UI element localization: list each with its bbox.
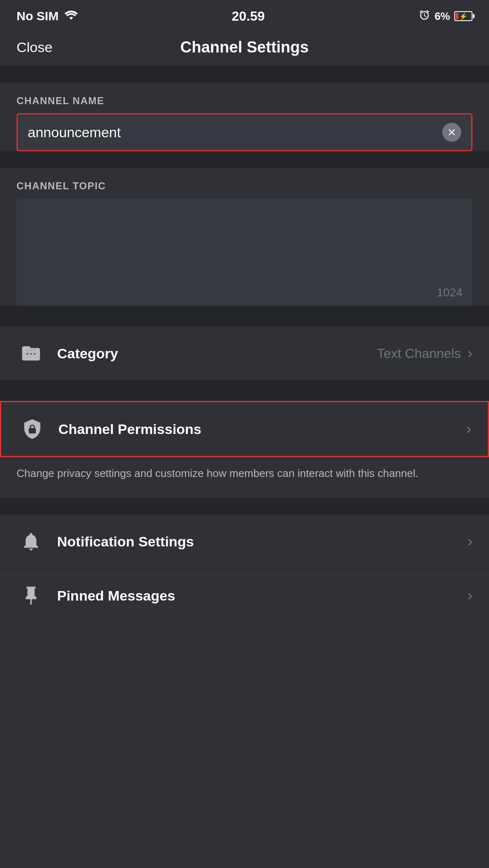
channel-topic-label: CHANNEL TOPIC bbox=[17, 180, 106, 191]
topic-textarea-wrapper[interactable]: 1024 bbox=[17, 198, 472, 306]
category-icon bbox=[17, 339, 46, 368]
svg-rect-2 bbox=[26, 352, 28, 353]
permissions-description: Change privacy settings and customize ho… bbox=[0, 457, 489, 498]
svg-rect-0 bbox=[30, 352, 32, 353]
status-right: 6% ⚡ bbox=[419, 9, 472, 24]
gap-top bbox=[0, 66, 489, 83]
category-value: Text Channels bbox=[377, 346, 461, 361]
notification-settings-label: Notification Settings bbox=[57, 534, 467, 550]
channel-permissions-menu-item[interactable]: Channel Permissions › bbox=[0, 401, 489, 457]
status-bar: No SIM 20.59 6% ⚡ bbox=[0, 0, 489, 29]
svg-rect-5 bbox=[34, 349, 36, 351]
svg-rect-3 bbox=[26, 349, 28, 351]
char-count: 1024 bbox=[437, 286, 463, 299]
notification-icon bbox=[17, 527, 46, 556]
channel-name-section: CHANNEL NAME bbox=[0, 83, 489, 113]
pinned-messages-menu-item[interactable]: Pinned Messages › bbox=[0, 569, 489, 622]
channel-topic-input[interactable] bbox=[26, 207, 463, 289]
gap-before-notifications bbox=[0, 498, 489, 515]
carrier-text: No SIM bbox=[17, 9, 59, 23]
permissions-desc-text: Change privacy settings and customize ho… bbox=[17, 467, 418, 479]
wifi-icon bbox=[65, 9, 78, 23]
battery-icon: ⚡ bbox=[454, 11, 472, 21]
category-label: Category bbox=[57, 346, 377, 362]
gap-topic bbox=[0, 151, 489, 168]
pinned-chevron: › bbox=[467, 587, 472, 604]
close-button[interactable]: Close bbox=[17, 39, 131, 55]
battery-percent: 6% bbox=[434, 10, 450, 23]
notification-chevron: › bbox=[467, 533, 472, 550]
channel-name-field-wrapper[interactable] bbox=[17, 113, 472, 151]
channel-name-input[interactable] bbox=[28, 124, 442, 141]
svg-rect-4 bbox=[34, 352, 36, 353]
permissions-chevron: › bbox=[466, 420, 471, 438]
svg-rect-1 bbox=[30, 349, 32, 351]
status-time: 20.59 bbox=[232, 9, 265, 24]
nav-bar: Close Channel Settings bbox=[0, 29, 489, 66]
gap-before-permissions bbox=[0, 380, 489, 401]
clear-input-button[interactable] bbox=[442, 123, 461, 142]
page-title: Channel Settings bbox=[131, 38, 359, 56]
topic-input-container: 1024 bbox=[0, 198, 489, 306]
notification-settings-menu-item[interactable]: Notification Settings › bbox=[0, 515, 489, 568]
status-left: No SIM bbox=[17, 9, 78, 23]
pin-icon bbox=[17, 581, 46, 610]
content: CHANNEL NAME CHANNEL TOPIC 1024 bbox=[0, 66, 489, 622]
channel-name-label: CHANNEL NAME bbox=[17, 95, 104, 106]
alarm-icon bbox=[419, 9, 430, 24]
permissions-icon bbox=[18, 415, 47, 444]
channel-name-input-container bbox=[0, 113, 489, 151]
channel-topic-section: CHANNEL TOPIC bbox=[0, 168, 489, 198]
channel-permissions-label: Channel Permissions bbox=[58, 421, 466, 437]
gap-before-category bbox=[0, 306, 489, 327]
pinned-messages-label: Pinned Messages bbox=[57, 588, 467, 604]
category-menu-item[interactable]: Category Text Channels › bbox=[0, 327, 489, 380]
category-chevron: › bbox=[467, 345, 472, 362]
